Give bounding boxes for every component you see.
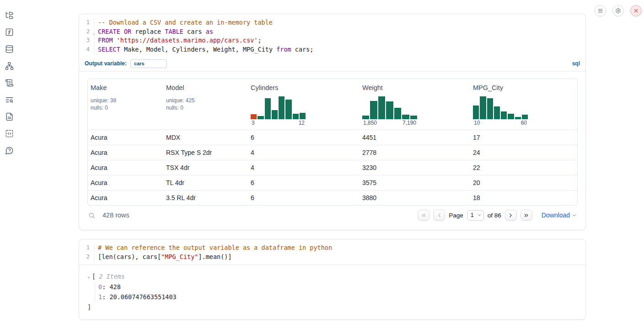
histogram-bar[interactable]	[293, 114, 299, 119]
notebook: 1-- Download a CSV and create an in-memo…	[79, 14, 586, 320]
column-header[interactable]: Modelunique: 425nulls: 0	[163, 79, 248, 130]
data-table: Makeunique: 38nulls: 0Modelunique: 425nu…	[87, 79, 578, 206]
unique-count: unique: 38	[91, 97, 161, 105]
dependency-graph-icon[interactable]	[5, 61, 14, 70]
settings-button[interactable]	[612, 5, 624, 16]
column-histogram[interactable]: 312	[251, 95, 306, 126]
column-header[interactable]: Weight1,8507,190	[360, 79, 470, 130]
histogram-bar[interactable]	[402, 115, 409, 119]
column-name: Make	[91, 84, 161, 91]
column-name: MPG_City	[473, 84, 574, 91]
table-cell: 6	[248, 179, 360, 186]
next-page-button[interactable]	[505, 210, 517, 221]
axis-min-label: 10	[474, 120, 480, 126]
histogram-bar[interactable]	[522, 115, 528, 119]
code-line[interactable]: 2⌄CREATE OR replace TABLE cars as	[79, 27, 585, 37]
table-row[interactable]: AcuraMDX6445117	[88, 130, 577, 145]
table-cell: 4451	[360, 134, 470, 141]
menu-button[interactable]	[595, 5, 606, 16]
tree-entry-key: 0	[98, 283, 102, 291]
histogram-bar[interactable]	[473, 106, 479, 119]
tree-entry[interactable]: 1: 20.060747663551403	[98, 292, 577, 302]
histogram-bar[interactable]	[410, 116, 417, 119]
histogram-bar[interactable]	[258, 116, 263, 119]
menu-icon	[597, 8, 603, 14]
tree-entry-value: 428	[109, 283, 120, 291]
code-line[interactable]: 1# We can reference the output variable …	[79, 243, 585, 253]
table-row[interactable]: AcuraTL 4dr6357520	[88, 175, 577, 190]
histogram-bar[interactable]	[508, 114, 514, 119]
code-line[interactable]: 4SELECT Make, Model, Cylinders, Weight, …	[79, 45, 585, 54]
column-header[interactable]: Makeunique: 38nulls: 0	[88, 79, 163, 130]
axis-max-label: 60	[521, 120, 527, 126]
histogram-bar[interactable]	[279, 96, 284, 119]
table-cell: Acura	[88, 134, 163, 141]
page-label: Page	[449, 212, 463, 219]
table-cell: 3880	[360, 194, 470, 201]
column-histogram[interactable]: 1060	[473, 95, 528, 126]
histogram-bar[interactable]	[378, 96, 385, 119]
python-code-editor[interactable]: 1# We can reference the output variable …	[79, 239, 585, 265]
code-text: -- Download a CSV and create an in-memor…	[94, 18, 273, 27]
database-icon[interactable]	[5, 44, 14, 53]
table-cell: 4	[248, 164, 360, 171]
histogram-bar[interactable]	[285, 100, 291, 119]
tree-items-count: 2 Items	[99, 271, 125, 281]
histogram-bar[interactable]	[515, 117, 521, 119]
histogram-bars	[362, 95, 417, 119]
histogram-bar[interactable]	[480, 96, 486, 119]
row-count-label: 428 rows	[102, 211, 129, 219]
scratchpad-icon[interactable]	[5, 78, 14, 87]
histogram-bar[interactable]	[251, 114, 257, 119]
histogram-bar[interactable]	[394, 108, 401, 119]
table-row[interactable]: AcuraTSX 4dr4323022	[88, 160, 577, 175]
column-stats: unique: 425nulls: 0	[166, 97, 245, 112]
table-footer: 428 rows Page 1 of 86	[87, 208, 578, 223]
output-variable-input[interactable]	[130, 59, 167, 68]
histogram-bar[interactable]	[487, 98, 493, 119]
code-line[interactable]: 1-- Download a CSV and create an in-memo…	[79, 18, 585, 27]
histogram-bar[interactable]	[370, 101, 377, 119]
topbar	[595, 5, 642, 16]
search-icon[interactable]	[88, 212, 95, 219]
sql-code-editor[interactable]: 1-- Download a CSV and create an in-memo…	[79, 14, 585, 58]
line-number: 2	[79, 253, 94, 262]
column-histogram[interactable]: 1,8507,190	[362, 95, 417, 126]
page-select[interactable]: 1	[467, 210, 484, 221]
last-page-button[interactable]	[521, 210, 532, 221]
unique-count: unique: 425	[166, 97, 245, 105]
snippets-icon[interactable]	[5, 129, 14, 138]
histogram-bar[interactable]	[494, 106, 500, 119]
column-header[interactable]: Cylinders312	[248, 79, 360, 130]
table-cell: 3230	[360, 164, 470, 171]
file-tree-icon[interactable]	[5, 11, 14, 20]
code-line[interactable]: 3FROM 'https://datasets.marimo.app/cars.…	[79, 36, 585, 45]
documentation-icon[interactable]	[5, 112, 14, 121]
histogram-bar[interactable]	[272, 110, 278, 119]
code-line[interactable]: 2[len(cars), cars["MPG_City"].mean()]	[79, 253, 585, 262]
download-button[interactable]: Download	[542, 211, 577, 219]
tree-entry-colon: :	[102, 283, 106, 291]
table-row[interactable]: AcuraRSX Type S 2dr4277824	[88, 145, 577, 160]
histogram-bar[interactable]	[501, 111, 507, 119]
histogram-bar[interactable]	[362, 116, 369, 119]
help-icon[interactable]	[5, 146, 14, 155]
sql-cell: 1-- Download a CSV and create an in-memo…	[79, 14, 586, 230]
previous-page-button[interactable]	[433, 210, 445, 221]
code-text: CREATE OR replace TABLE cars as	[94, 27, 213, 37]
logs-icon[interactable]	[5, 95, 14, 104]
histogram-bar[interactable]	[386, 101, 393, 119]
function-icon[interactable]	[5, 27, 14, 37]
tree-entry[interactable]: 0: 428	[98, 282, 577, 292]
line-number: 1	[79, 18, 94, 27]
histogram-bar[interactable]	[265, 98, 271, 119]
python-cell: 1# We can reference the output variable …	[79, 239, 586, 320]
histogram-bar[interactable]	[300, 113, 306, 119]
column-header[interactable]: MPG_City1060	[470, 79, 576, 130]
histogram-bars	[473, 95, 528, 119]
first-page-button[interactable]	[418, 210, 429, 221]
column-name: Cylinders	[251, 84, 357, 91]
collapse-chevron-icon[interactable]: ⌄	[87, 271, 90, 281]
table-row[interactable]: Acura3.5 RL 4dr6388018	[88, 190, 577, 205]
shutdown-button[interactable]	[630, 5, 642, 16]
